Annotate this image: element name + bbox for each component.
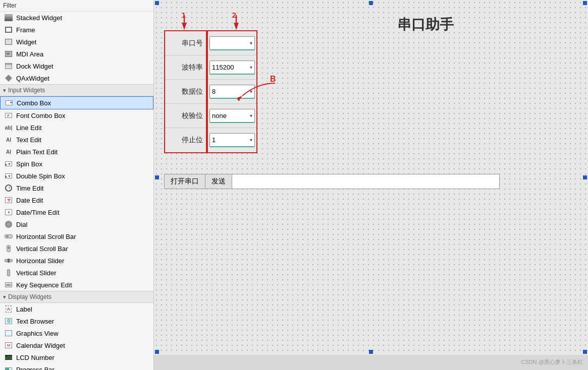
line-edit-icon: ab| [4,123,13,132]
arrow-down-1-svg [177,15,192,30]
sidebar-item-horizontal-slider[interactable]: Horizontal Slider [0,255,153,267]
sidebar-item-label: Calendar Widget [16,342,65,349]
sidebar-item-key-sequence-edit[interactable]: abc Key Sequence Edit [0,279,153,291]
send-input[interactable] [232,174,500,189]
chevron-down-icon: ▾ [250,40,252,46]
spin-box-icon: ▲▼ [4,159,13,168]
selection-handle-tl[interactable] [155,1,159,5]
sidebar-item-vertical-scroll-bar[interactable]: Vertical Scroll Bar [0,242,153,255]
mdi-area-icon [4,49,13,58]
combo-stopbits[interactable]: 1 ▾ [209,133,255,147]
selection-handle-tm[interactable] [369,1,373,5]
sidebar-item-label: Frame [16,26,35,34]
sidebar-item-label: Stacked Widget [16,14,62,22]
sidebar-item-plain-text-edit[interactable]: AI Plain Text Edit [0,146,153,158]
open-port-button[interactable]: 打开串口 [164,174,205,189]
vscroll-icon [4,244,13,253]
label-stopbits: 停止位 [165,128,206,152]
form-title: 串口助手 [397,15,454,34]
sidebar-item-combo-box[interactable]: Combo Box [0,96,153,109]
sidebar-item-double-spin-box[interactable]: ▲▼ Double Spin Box [0,170,153,182]
input-widgets-category[interactable]: Input Widgets [0,84,153,96]
form-row-baud: 波特率 [165,55,206,80]
combo-port[interactable]: ▾ [209,36,255,50]
selection-handle-ml[interactable] [155,175,159,179]
combo-parity[interactable]: none ▾ [209,109,255,123]
sidebar-item-progress-bar[interactable]: Progress Bar [0,363,153,370]
sidebar-item-label-text: Label [16,305,32,313]
dial-icon [4,220,13,229]
sidebar-item-calendar-widget[interactable]: 12 Calendar Widget [0,339,153,351]
combo-databits-value: 8 [212,88,216,95]
keyseq-icon: abc [4,280,13,289]
sidebar-item-graphics-view[interactable]: Graphics View [0,327,153,339]
sidebar-item-label: Plain Text Edit [16,148,58,156]
form-row-port: 串口号 [165,31,206,55]
sidebar-item-datetime-edit[interactable]: 🗓 Date/Time Edit [0,206,153,218]
combo-stopbits-value: 1 [212,136,216,144]
sidebar-item-widget[interactable]: Widget [0,36,153,48]
sidebar-item-label: Time Edit [16,184,43,192]
sidebar-item-lcd-number[interactable]: LCD LCD Number [0,351,153,363]
sidebar-item-label: Line Edit [16,124,42,132]
graphics-view-icon [4,329,13,338]
sidebar-item-text-edit[interactable]: AI Text Edit [0,134,153,146]
sidebar-item-stacked-widget[interactable]: Stacked Widget [0,12,153,24]
sidebar-item-horizontal-scroll-bar[interactable]: Horizontal Scroll Bar [0,230,153,242]
canvas: 串口助手 1 2 串口号 波特率 数据位 校验位 [154,0,588,355]
font-combo-box-icon: F [4,111,13,120]
sidebar-item-label[interactable]: A Label [0,303,153,315]
combo-row-baud: 115200 ▾ [208,55,256,80]
chevron-down-icon: ▾ [250,65,252,70]
combo-baud-value: 115200 [212,64,234,71]
stacked-widget-icon [4,13,13,22]
selection-handle-br[interactable] [583,350,587,354]
frame-icon [4,25,13,34]
sidebar-item-time-edit[interactable]: Time Edit [0,182,153,194]
sidebar-item-label: LCD Number [16,354,55,361]
sidebar-item-vertical-slider[interactable]: Vertical Slider [0,267,153,279]
form-row-stopbits: 停止位 [165,128,206,152]
sidebar-item-label: Text Edit [16,136,41,144]
sidebar-item-label: Date/Time Edit [16,209,60,216]
form-buttons-row: 打开串口 发送 [164,174,500,189]
label-port: 串口号 [165,31,206,55]
sidebar-item-mdi-area[interactable]: MDI Area [0,48,153,60]
sidebar-item-label: Date Edit [16,197,43,204]
date-edit-icon: 📅 [4,196,13,205]
selection-handle-mr[interactable] [583,175,587,179]
sidebar-item-text-browser[interactable]: 🌐 Text Browser [0,315,153,327]
qax-widget-icon [4,74,13,83]
sidebar-item-line-edit[interactable]: ab| Line Edit [0,121,153,134]
sidebar-item-label: MDI Area [16,50,43,58]
sidebar-item-dial[interactable]: Dial [0,218,153,230]
selection-handle-bm[interactable] [369,350,373,354]
sidebar-item-spin-box[interactable]: ▲▼ Spin Box [0,158,153,170]
hslider-icon [4,256,13,265]
display-widgets-category[interactable]: Display Widgets [0,291,153,303]
selection-handle-tr[interactable] [583,1,587,5]
time-edit-icon [4,183,13,193]
chevron-down-icon: ▾ [250,137,252,143]
selection-handle-bl[interactable] [155,350,159,354]
form-row-parity: 校验位 [165,104,206,128]
form-row-databits: 数据位 [165,80,206,104]
arrow-down-2-svg [229,15,244,30]
plain-text-edit-icon: AI [4,147,13,156]
sidebar-item-label: Dial [16,221,27,228]
sidebar-item-qax-widget[interactable]: QAxWidget [0,72,153,84]
sidebar-item-label: Text Browser [16,318,54,325]
combo-wrapper-port: ▾ [208,31,256,55]
label-databits: 数据位 [165,80,206,103]
combo-row-port: ▾ [208,31,256,55]
send-button[interactable]: 发送 [205,174,232,189]
sidebar-item-font-combo-box[interactable]: F Font Combo Box [0,109,153,121]
sidebar-item-dock-widget[interactable]: Dock Widget [0,60,153,72]
sidebar-item-date-edit[interactable]: 📅 Date Edit [0,194,153,206]
combo-wrapper-stopbits: 1 ▾ [208,128,256,152]
sidebar-item-label: QAxWidget [16,75,49,82]
combo-baud[interactable]: 115200 ▾ [209,60,255,75]
sidebar-item-frame[interactable]: Frame [0,24,153,36]
label-baud: 波特率 [165,55,206,79]
combo-row-stopbits: 1 ▾ [208,128,256,152]
